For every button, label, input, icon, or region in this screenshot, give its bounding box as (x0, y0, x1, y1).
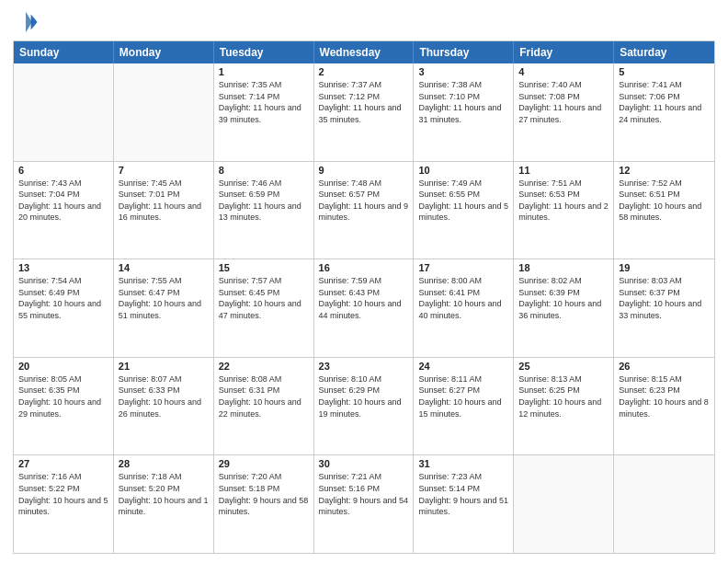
cal-cell: 6Sunrise: 7:43 AM Sunset: 7:04 PM Daylig… (14, 162, 114, 259)
cal-cell: 16Sunrise: 7:59 AM Sunset: 6:43 PM Dayli… (314, 259, 415, 357)
header-cell-monday: Monday (114, 41, 214, 63)
calendar-body: 1Sunrise: 7:35 AM Sunset: 7:14 PM Daylig… (14, 63, 714, 553)
day-number: 4 (518, 66, 609, 77)
day-info: Sunrise: 7:41 AM Sunset: 7:06 PM Dayligh… (619, 79, 710, 125)
day-number: 19 (619, 262, 710, 273)
cal-cell: 20Sunrise: 8:05 AM Sunset: 6:35 PM Dayli… (14, 358, 114, 455)
day-number: 14 (119, 262, 209, 273)
day-number: 29 (219, 458, 309, 469)
logo-icon (13, 9, 39, 35)
cal-cell: 13Sunrise: 7:54 AM Sunset: 6:49 PM Dayli… (14, 259, 114, 357)
day-info: Sunrise: 7:59 AM Sunset: 6:43 PM Dayligh… (319, 275, 409, 321)
cal-cell (514, 455, 614, 553)
day-info: Sunrise: 7:38 AM Sunset: 7:10 PM Dayligh… (418, 79, 508, 125)
day-info: Sunrise: 8:05 AM Sunset: 6:35 PM Dayligh… (18, 373, 108, 419)
cal-cell: 10Sunrise: 7:49 AM Sunset: 6:55 PM Dayli… (414, 162, 514, 259)
cal-cell: 11Sunrise: 7:51 AM Sunset: 6:53 PM Dayli… (514, 162, 614, 259)
cal-cell: 28Sunrise: 7:18 AM Sunset: 5:20 PM Dayli… (114, 455, 214, 553)
day-number: 15 (219, 262, 309, 273)
day-info: Sunrise: 8:00 AM Sunset: 6:41 PM Dayligh… (418, 275, 508, 321)
day-info: Sunrise: 8:02 AM Sunset: 6:39 PM Dayligh… (518, 275, 609, 321)
day-info: Sunrise: 7:18 AM Sunset: 5:20 PM Dayligh… (119, 471, 209, 517)
day-info: Sunrise: 7:51 AM Sunset: 6:53 PM Dayligh… (518, 178, 609, 224)
cal-cell: 3Sunrise: 7:38 AM Sunset: 7:10 PM Daylig… (414, 63, 514, 161)
header-cell-sunday: Sunday (14, 41, 114, 63)
day-number: 2 (319, 66, 409, 77)
cal-cell: 22Sunrise: 8:08 AM Sunset: 6:31 PM Dayli… (214, 358, 314, 455)
day-info: Sunrise: 7:55 AM Sunset: 6:47 PM Dayligh… (119, 275, 209, 321)
cal-cell: 4Sunrise: 7:40 AM Sunset: 7:08 PM Daylig… (514, 63, 614, 161)
week-row-3: 13Sunrise: 7:54 AM Sunset: 6:49 PM Dayli… (14, 259, 714, 357)
cal-cell: 19Sunrise: 8:03 AM Sunset: 6:37 PM Dayli… (614, 259, 714, 357)
cal-cell: 1Sunrise: 7:35 AM Sunset: 7:14 PM Daylig… (214, 63, 314, 161)
week-row-1: 1Sunrise: 7:35 AM Sunset: 7:14 PM Daylig… (14, 63, 714, 161)
day-info: Sunrise: 7:16 AM Sunset: 5:22 PM Dayligh… (18, 471, 108, 517)
day-number: 27 (18, 458, 108, 469)
day-info: Sunrise: 8:13 AM Sunset: 6:25 PM Dayligh… (518, 373, 609, 419)
day-number: 16 (319, 262, 409, 273)
top-section (13, 9, 715, 35)
day-info: Sunrise: 8:11 AM Sunset: 6:27 PM Dayligh… (418, 373, 508, 419)
cal-cell: 14Sunrise: 7:55 AM Sunset: 6:47 PM Dayli… (114, 259, 214, 357)
day-info: Sunrise: 7:37 AM Sunset: 7:12 PM Dayligh… (319, 79, 409, 125)
cal-cell: 9Sunrise: 7:48 AM Sunset: 6:57 PM Daylig… (314, 162, 415, 259)
logo (13, 9, 40, 35)
day-number: 6 (18, 165, 108, 176)
cal-cell: 18Sunrise: 8:02 AM Sunset: 6:39 PM Dayli… (514, 259, 614, 357)
header-cell-friday: Friday (514, 41, 614, 63)
cal-cell: 31Sunrise: 7:23 AM Sunset: 5:14 PM Dayli… (414, 455, 514, 553)
day-number: 11 (518, 165, 609, 176)
day-number: 20 (18, 361, 108, 372)
cal-cell: 15Sunrise: 7:57 AM Sunset: 6:45 PM Dayli… (214, 259, 314, 357)
cal-cell: 5Sunrise: 7:41 AM Sunset: 7:06 PM Daylig… (614, 63, 714, 161)
day-info: Sunrise: 7:23 AM Sunset: 5:14 PM Dayligh… (418, 471, 508, 517)
day-info: Sunrise: 7:46 AM Sunset: 6:59 PM Dayligh… (219, 178, 309, 224)
day-info: Sunrise: 7:21 AM Sunset: 5:16 PM Dayligh… (319, 471, 409, 517)
day-number: 24 (418, 361, 508, 372)
day-number: 26 (619, 361, 710, 372)
day-info: Sunrise: 7:54 AM Sunset: 6:49 PM Dayligh… (18, 275, 108, 321)
day-info: Sunrise: 7:49 AM Sunset: 6:55 PM Dayligh… (418, 178, 508, 224)
header-cell-wednesday: Wednesday (314, 41, 415, 63)
day-info: Sunrise: 7:52 AM Sunset: 6:51 PM Dayligh… (619, 178, 710, 224)
cal-cell (114, 63, 214, 161)
cal-cell: 12Sunrise: 7:52 AM Sunset: 6:51 PM Dayli… (614, 162, 714, 259)
week-row-5: 27Sunrise: 7:16 AM Sunset: 5:22 PM Dayli… (14, 454, 714, 553)
cal-cell: 26Sunrise: 8:15 AM Sunset: 6:23 PM Dayli… (614, 358, 714, 455)
day-number: 31 (418, 458, 508, 469)
day-number: 21 (119, 361, 209, 372)
cal-cell: 2Sunrise: 7:37 AM Sunset: 7:12 PM Daylig… (314, 63, 415, 161)
week-row-4: 20Sunrise: 8:05 AM Sunset: 6:35 PM Dayli… (14, 357, 714, 455)
day-number: 13 (18, 262, 108, 273)
header-cell-saturday: Saturday (614, 41, 714, 63)
header-cell-thursday: Thursday (414, 41, 514, 63)
day-number: 1 (219, 66, 309, 77)
day-number: 3 (418, 66, 508, 77)
day-number: 9 (319, 165, 409, 176)
day-info: Sunrise: 7:45 AM Sunset: 7:01 PM Dayligh… (119, 178, 209, 224)
day-info: Sunrise: 8:07 AM Sunset: 6:33 PM Dayligh… (119, 373, 209, 419)
day-info: Sunrise: 7:20 AM Sunset: 5:18 PM Dayligh… (219, 471, 309, 517)
cal-cell: 21Sunrise: 8:07 AM Sunset: 6:33 PM Dayli… (114, 358, 214, 455)
day-info: Sunrise: 8:08 AM Sunset: 6:31 PM Dayligh… (219, 373, 309, 419)
cal-cell: 24Sunrise: 8:11 AM Sunset: 6:27 PM Dayli… (414, 358, 514, 455)
cal-cell: 25Sunrise: 8:13 AM Sunset: 6:25 PM Dayli… (514, 358, 614, 455)
day-info: Sunrise: 8:10 AM Sunset: 6:29 PM Dayligh… (319, 373, 409, 419)
cal-cell (14, 63, 114, 161)
day-info: Sunrise: 7:35 AM Sunset: 7:14 PM Dayligh… (219, 79, 309, 125)
cal-cell: 29Sunrise: 7:20 AM Sunset: 5:18 PM Dayli… (214, 455, 314, 553)
day-number: 18 (518, 262, 609, 273)
day-number: 8 (219, 165, 309, 176)
day-info: Sunrise: 7:43 AM Sunset: 7:04 PM Dayligh… (18, 178, 108, 224)
calendar-header: SundayMondayTuesdayWednesdayThursdayFrid… (14, 41, 714, 63)
cal-cell: 30Sunrise: 7:21 AM Sunset: 5:16 PM Dayli… (314, 455, 415, 553)
cal-cell: 17Sunrise: 8:00 AM Sunset: 6:41 PM Dayli… (414, 259, 514, 357)
day-number: 12 (619, 165, 710, 176)
day-info: Sunrise: 7:48 AM Sunset: 6:57 PM Dayligh… (319, 178, 409, 224)
cal-cell: 27Sunrise: 7:16 AM Sunset: 5:22 PM Dayli… (14, 455, 114, 553)
day-info: Sunrise: 7:57 AM Sunset: 6:45 PM Dayligh… (219, 275, 309, 321)
day-info: Sunrise: 8:03 AM Sunset: 6:37 PM Dayligh… (619, 275, 710, 321)
page: SundayMondayTuesdayWednesdayThursdayFrid… (0, 0, 728, 563)
day-number: 30 (319, 458, 409, 469)
day-number: 7 (119, 165, 209, 176)
